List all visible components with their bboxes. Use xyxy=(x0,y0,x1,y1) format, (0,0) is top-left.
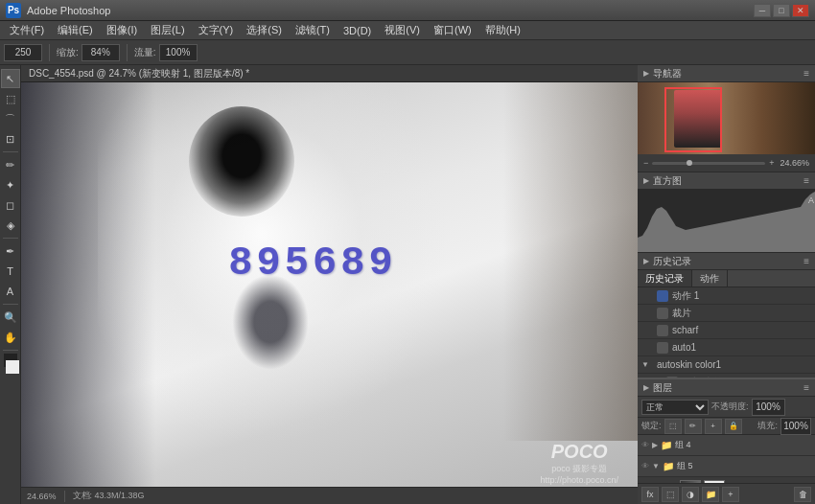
navigator-menu-icon[interactable]: ≡ xyxy=(803,68,809,79)
zoom-input[interactable] xyxy=(82,44,120,61)
nav-zoom-plus[interactable]: + xyxy=(769,158,774,168)
opacity-input[interactable] xyxy=(752,399,785,416)
tool-sep-2 xyxy=(3,238,18,239)
tool-path[interactable]: A xyxy=(1,282,20,301)
navigator-arrow: ▶ xyxy=(643,69,649,78)
add-layer-btn[interactable]: + xyxy=(722,487,739,502)
window-controls: ─ □ ✕ xyxy=(754,4,809,17)
layers-menu-icon[interactable]: ≡ xyxy=(803,382,809,393)
tool-crop[interactable]: ⊡ xyxy=(1,129,20,149)
history-item[interactable]: scharf xyxy=(638,322,815,339)
menu-3d[interactable]: 3D(D) xyxy=(338,23,377,38)
delete-layer-btn[interactable]: 🗑 xyxy=(794,487,811,502)
menu-file[interactable]: 文件(F) xyxy=(4,21,50,39)
layers-icons: ≡ xyxy=(803,382,809,393)
canvas-tab[interactable]: DSC_4554.psd @ 24.7% (新变映射 1, 图层版本/8) * xyxy=(21,65,638,82)
navigator-icons: ≡ xyxy=(803,68,809,79)
watermark-subtitle2: http://photo.poco.cn/ xyxy=(540,475,618,485)
tool-eraser[interactable]: ◻ xyxy=(1,195,20,215)
hi-icon xyxy=(657,325,668,336)
tab-actions[interactable]: 动作 xyxy=(692,270,728,286)
tool-hand[interactable]: ✋ xyxy=(1,328,20,347)
layer-group-5[interactable]: 👁 ▼ 📁 组 5 xyxy=(638,456,815,477)
layers-arrow: ▶ xyxy=(643,383,649,392)
history-arrow: ▶ xyxy=(643,257,649,265)
add-mask-btn[interactable]: ⬚ xyxy=(662,487,679,502)
menu-edit[interactable]: 编辑(E) xyxy=(52,21,99,39)
flow-group: 流量: xyxy=(134,44,198,61)
layers-fill-label: 填充: xyxy=(757,420,778,432)
menu-image[interactable]: 图像(I) xyxy=(101,21,143,39)
add-style-btn[interactable]: fx xyxy=(641,487,659,502)
history-item[interactable]: 动作 1 xyxy=(638,287,815,305)
close-button[interactable]: ✕ xyxy=(792,4,809,17)
group4-folder-icon: 📁 xyxy=(661,440,672,450)
minimize-button[interactable]: ─ xyxy=(754,4,771,17)
layer-group-4[interactable]: 👁 ▶ 📁 组 4 xyxy=(638,435,815,456)
add-group-btn[interactable]: 📁 xyxy=(702,487,719,502)
history-header[interactable]: ▶ 历史记录 ≡ xyxy=(638,253,815,270)
menu-text[interactable]: 文字(Y) xyxy=(193,21,240,39)
nav-red-box xyxy=(664,87,722,152)
history-list: 动作 1 裁片 scharf auto1 xyxy=(638,287,815,378)
brush-size-input[interactable] xyxy=(4,44,42,61)
tool-brush[interactable]: ✏ xyxy=(1,155,20,174)
title-bar: Ps Adobe Photoshop ─ □ ✕ xyxy=(0,0,815,21)
app-window: Ps Adobe Photoshop ─ □ ✕ 文件(F) 编辑(E) 图像(… xyxy=(0,0,815,504)
fill-label: 锁定: xyxy=(641,420,662,432)
eye-group5[interactable]: 👁 xyxy=(641,462,649,470)
history-item[interactable]: auto1 xyxy=(638,339,815,356)
history-tabs: 历史记录 动作 xyxy=(638,270,815,287)
maximize-button[interactable]: □ xyxy=(773,4,790,17)
lock-position-btn[interactable]: + xyxy=(705,419,722,434)
shadow-right xyxy=(503,82,638,441)
tool-text[interactable]: T xyxy=(1,262,20,281)
menu-window[interactable]: 窗口(W) xyxy=(428,21,477,39)
title-text: Adobe Photoshop xyxy=(27,5,754,16)
histogram-menu-icon[interactable]: ≡ xyxy=(803,175,809,186)
suit-shadow xyxy=(232,274,309,370)
group-arrow: ▼ xyxy=(641,360,649,369)
tool-stamp[interactable]: ✦ xyxy=(1,175,20,195)
lock-transparent-btn[interactable]: ⬚ xyxy=(664,419,682,434)
histogram-header[interactable]: ▶ 直方图 ≡ xyxy=(638,172,815,190)
options-separator-2 xyxy=(127,44,128,61)
tab-history[interactable]: 历史记录 xyxy=(638,270,692,286)
menu-layer[interactable]: 图层(L) xyxy=(145,21,190,39)
nav-zoom-minus[interactable]: − xyxy=(643,158,648,168)
watermark-subtitle1: poco 摄影专题 xyxy=(540,463,618,475)
flow-input[interactable] xyxy=(159,44,198,61)
history-title: 历史记录 xyxy=(653,255,800,268)
nav-zoom-slider[interactable] xyxy=(652,162,765,165)
hi-icon xyxy=(657,290,668,302)
photo-background: 895689 POCO poco 摄影专题 http://photo.poco.… xyxy=(21,82,638,504)
nav-preview[interactable] xyxy=(638,82,815,154)
eye-group4[interactable]: 👁 xyxy=(641,441,649,449)
group5-arrow: ▼ xyxy=(652,462,660,470)
tool-marquee[interactable]: ⬚ xyxy=(1,89,20,108)
fill-input[interactable] xyxy=(780,418,811,435)
tool-pen[interactable]: ✒ xyxy=(1,241,20,261)
lock-all-btn[interactable]: 🔒 xyxy=(725,419,742,434)
nav-zoom-thumb xyxy=(687,160,692,166)
menu-select[interactable]: 选择(S) xyxy=(241,21,288,39)
history-group-autoskin[interactable]: ▼ autoskin color1 xyxy=(638,356,815,374)
history-menu-icon[interactable]: ≡ xyxy=(803,256,809,266)
menu-help[interactable]: 帮助(H) xyxy=(479,21,526,39)
menu-filter[interactable]: 滤镜(T) xyxy=(290,21,336,39)
history-icons: ≡ xyxy=(803,256,809,266)
blend-mode-select[interactable]: 正常 正片叠底 滤色 xyxy=(641,400,709,415)
add-adjustment-btn[interactable]: ◑ xyxy=(682,487,699,502)
menu-view[interactable]: 视图(V) xyxy=(379,21,426,39)
tool-move[interactable]: ↖ xyxy=(1,69,20,88)
tool-zoom[interactable]: 🔍 xyxy=(1,308,20,327)
navigator-header[interactable]: ▶ 导航器 ≡ xyxy=(638,65,815,82)
lock-image-btn[interactable]: ✏ xyxy=(685,419,702,434)
tool-gradient[interactable]: ◈ xyxy=(1,216,20,235)
tool-lasso[interactable]: ⌒ xyxy=(1,109,20,128)
layers-header[interactable]: ▶ 图层 ≡ xyxy=(638,379,815,397)
history-item[interactable]: 裁片 xyxy=(638,305,815,322)
hi-icon xyxy=(657,342,668,354)
canvas-status: 24.66% 文档: 43.3M/1.38G xyxy=(21,487,638,504)
background-color[interactable] xyxy=(6,360,19,374)
